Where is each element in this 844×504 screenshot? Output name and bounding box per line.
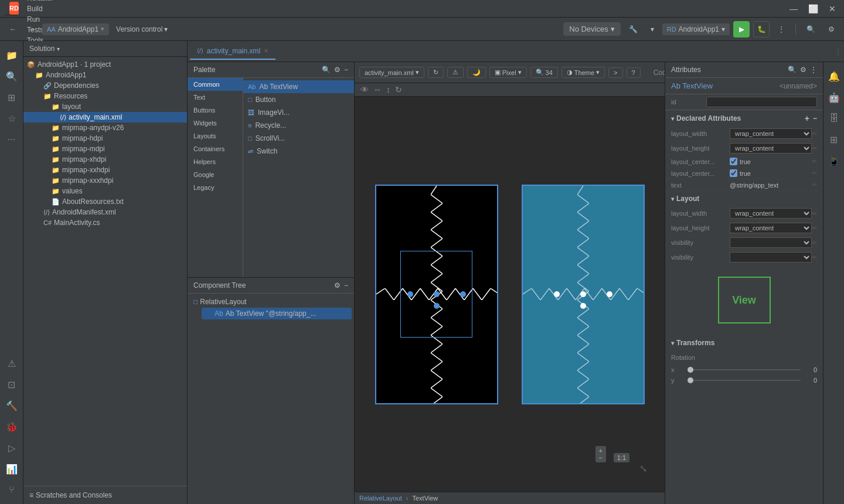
palette-cat-containers[interactable]: Containers [188, 142, 243, 155]
terminal-btn[interactable]: ⊡ [2, 375, 21, 394]
attr-edit-btn[interactable]: ✏ [812, 181, 817, 189]
menu-item-run[interactable]: Run [22, 14, 59, 25]
more-tools-btn[interactable]: ··· [2, 130, 21, 149]
tree-item[interactable]: 🔗Dependencies [23, 80, 187, 91]
forward-button[interactable]: → [23, 23, 40, 35]
project-view-btn[interactable]: 📁 [2, 46, 21, 64]
favorites-btn[interactable]: ☆ [2, 109, 21, 128]
rotation-x-slider[interactable] [688, 369, 801, 370]
layout-attr-select[interactable]: wrap_content [730, 208, 812, 219]
tree-item[interactable]: 📦AndroidApp1 · 1 project [23, 59, 187, 70]
attr-select[interactable]: wrap_content [730, 128, 812, 139]
tree-item[interactable]: ⟨/⟩activity_main.xml [23, 112, 187, 122]
debug-panel-btn[interactable]: 🐞 [2, 417, 21, 436]
notifications-btn[interactable]: 🔔 [825, 67, 843, 86]
palette-cat-widgets[interactable]: Widgets [188, 117, 243, 130]
palette-cat-text[interactable]: Text [188, 91, 243, 104]
profiler-btn[interactable]: 📊 [2, 459, 21, 478]
tree-item[interactable]: 📁mipmap-xhdpi [23, 154, 187, 165]
rotate-btn[interactable]: ↻ [395, 85, 402, 94]
palette-item[interactable]: AbAb TextView [243, 80, 354, 93]
settings-btn[interactable]: ⚙ [823, 23, 839, 35]
run-button[interactable]: ▶ [733, 21, 750, 38]
search-btn[interactable]: 🔍 [802, 23, 820, 35]
zoom-in-btn[interactable]: + [599, 447, 603, 454]
locale-btn[interactable]: > [608, 67, 622, 78]
palette-search-btn[interactable]: 🔍 [322, 66, 331, 74]
palette-item[interactable]: ≡Recycle... [243, 119, 354, 132]
zoom-fit-btn[interactable]: 1:1 [614, 453, 629, 462]
android-btn[interactable]: 🤖 [825, 88, 843, 107]
run-panel-btn[interactable]: ▷ [2, 438, 21, 457]
structure-btn[interactable]: ⊞ [2, 88, 21, 107]
attr-search-btn[interactable]: 🔍 [788, 66, 797, 74]
left-handle[interactable] [407, 291, 413, 297]
tree-item[interactable]: 📄AboutResources.txt [23, 196, 187, 207]
run-config-selector[interactable]: RD AndroidApp1 ▾ [662, 23, 730, 35]
comp-tree-collapse-btn[interactable]: − [344, 281, 348, 290]
attr-select[interactable]: wrap_content [730, 143, 812, 154]
version-control-btn[interactable]: Version control ▾ [111, 23, 172, 35]
attr-checkbox[interactable] [730, 158, 737, 165]
layout-attr-select[interactable] [730, 237, 812, 248]
palette-item[interactable]: ⇌Switch [243, 145, 354, 158]
center-handle[interactable] [434, 291, 440, 297]
git-btn[interactable]: ⑂ [2, 481, 21, 499]
comp-tree-settings-btn[interactable]: ⚙ [334, 281, 341, 290]
attr-checkbox[interactable] [730, 169, 737, 177]
device-explorer-btn[interactable]: 📱 [825, 151, 843, 170]
attr-edit-btn[interactable]: ✏ [812, 169, 817, 177]
tree-item[interactable]: ⟨/⟩AndroidManifest.xml [23, 207, 187, 217]
no-devices-button[interactable]: No Devices ▾ [563, 22, 620, 36]
device-selector-btn[interactable]: ▾ [646, 23, 659, 35]
tree-item[interactable]: 📁Resources [23, 91, 187, 101]
tree-item[interactable]: 📁mipmap-xxhdpi [23, 165, 187, 175]
layout-attr-edit-btn[interactable]: ✏ [812, 224, 817, 232]
tree-item[interactable]: 📁mipmap-hdpi [23, 133, 187, 144]
comp-tree-item[interactable]: □RelativeLayout [190, 296, 352, 308]
menu-item-refactor[interactable]: Refactor [22, 0, 59, 4]
zoom-btn[interactable]: 🔍 34 [530, 67, 558, 78]
layout-attr-select[interactable]: wrap_content [730, 223, 812, 233]
minimize-button[interactable]: — [786, 4, 801, 13]
tree-item[interactable]: C#MainActivity.cs [23, 217, 187, 228]
declared-add-btn[interactable]: + [805, 114, 809, 123]
attr-edit-btn[interactable]: ✏ [812, 158, 817, 165]
tab-activity-main[interactable]: ⟨/⟩ activity_main.xml ✕ [190, 43, 275, 60]
layout-inspector-btn[interactable]: ⊞ [825, 130, 843, 149]
device-manager-btn[interactable]: 🔧 [624, 23, 642, 35]
palette-cat-google[interactable]: Google [188, 168, 243, 181]
palette-cat-layouts[interactable]: Layouts [188, 130, 243, 142]
find-btn[interactable]: 🔍 [2, 67, 21, 86]
attr-id-input[interactable] [706, 97, 817, 107]
tree-item[interactable]: 📁mipmap-anydpi-v26 [23, 122, 187, 133]
resize-h-btn[interactable]: ↔ [373, 85, 382, 94]
scratches-section[interactable]: ≡ Scratches and Consoles [23, 486, 187, 504]
problems-btn[interactable]: ⚠ [2, 354, 21, 373]
project-selector[interactable]: AA AndroidApp1 ▾ [42, 23, 109, 35]
layout-attr-edit-btn[interactable]: ✏ [812, 239, 817, 247]
canvas-resize-handle[interactable]: ⤡ [639, 463, 647, 474]
layout-section-header[interactable]: ▾ Layout [665, 191, 823, 206]
eye-btn[interactable]: 👁 [360, 85, 369, 94]
bottom-handle-2[interactable] [580, 303, 586, 309]
comp-tree-item[interactable]: AbAb TextView "@string/app_... [202, 308, 352, 319]
tree-item[interactable]: 📁AndroidApp1 [23, 70, 187, 80]
attr-more-btn[interactable]: ⋮ [810, 66, 817, 74]
attr-settings-btn[interactable]: ⚙ [800, 66, 806, 74]
center-handle-2[interactable] [580, 291, 586, 297]
left-handle-2[interactable] [554, 291, 560, 297]
palette-cat-buttons[interactable]: Buttons [188, 104, 243, 117]
close-button[interactable]: ✕ [825, 4, 839, 13]
tree-item[interactable]: 📁values [23, 186, 187, 196]
attr-edit-btn[interactable]: ✏ [812, 145, 817, 152]
debug-button[interactable]: 🐛 [753, 21, 770, 38]
breadcrumb-item-1[interactable]: TextView [412, 495, 438, 502]
layout-attr-select[interactable] [730, 252, 812, 263]
resize-v-btn[interactable]: ↕ [386, 85, 390, 94]
bottom-handle[interactable] [434, 303, 440, 309]
tab-more-btn[interactable]: ⋮ [835, 47, 842, 56]
palette-collapse-btn[interactable]: − [344, 66, 348, 74]
rotation-y-slider[interactable] [688, 380, 801, 381]
maximize-button[interactable]: ⬜ [805, 4, 822, 13]
